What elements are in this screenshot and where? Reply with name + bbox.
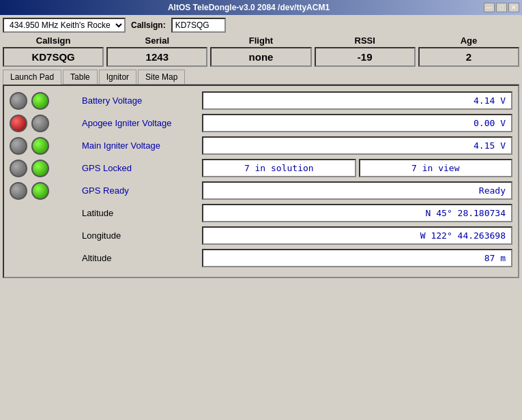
latitude-row: Latitude N 45° 28.180734 xyxy=(10,204,512,222)
gpslocked-leds xyxy=(10,160,78,177)
info-cell-callsign: Callsign KD7SQG xyxy=(3,35,104,67)
title-bar: AltOS TeleDongle-v3.0 2084 /dev/ttyACM1 … xyxy=(0,0,522,15)
info-bar: Callsign KD7SQG Serial 1243 Flight none … xyxy=(3,35,519,67)
serial-header: Serial xyxy=(145,35,169,46)
rssi-header: RSSI xyxy=(355,35,375,46)
battery-value: 4.14 V xyxy=(202,91,512,110)
longitude-value: W 122° 44.263698 xyxy=(202,226,512,245)
content-area: Battery Voltage 4.14 V Apogee Igniter Vo… xyxy=(3,85,519,278)
gpslocked-value1: 7 in solution xyxy=(202,159,356,177)
info-cell-rssi: RSSI -19 xyxy=(315,35,416,67)
flight-header: Flight xyxy=(249,35,273,46)
info-cell-flight: Flight none xyxy=(210,35,311,67)
info-cell-age: Age 2 xyxy=(418,35,519,67)
age-value: 2 xyxy=(418,47,519,67)
main-row: Main Igniter Voltage 4.15 V xyxy=(10,136,512,155)
serial-value: 1243 xyxy=(106,47,207,67)
main-value: 4.15 V xyxy=(202,136,512,155)
toolbar: 434.950 MHz Keith's Rockets Callsign: xyxy=(3,18,519,33)
gpsready-label: GPS Ready xyxy=(82,185,198,196)
longitude-row: Longitude W 122° 44.263698 xyxy=(10,226,512,245)
main-led1 xyxy=(10,137,27,155)
apogee-led1 xyxy=(10,115,27,132)
tab-launch-pad[interactable]: Launch Pad xyxy=(3,70,61,85)
callsign-input[interactable] xyxy=(171,18,226,33)
battery-led2 xyxy=(31,92,49,110)
latitude-value: N 45° 28.180734 xyxy=(202,204,512,222)
maximize-button[interactable]: □ xyxy=(496,3,507,12)
battery-leds xyxy=(10,92,78,110)
apogee-row: Apogee Igniter Voltage 0.00 V xyxy=(10,114,512,132)
gpslocked-led1 xyxy=(10,160,27,177)
apogee-leds xyxy=(10,115,78,132)
gpslocked-value2: 7 in view xyxy=(359,159,513,177)
rssi-value: -19 xyxy=(315,47,416,67)
altitude-label: Altitude xyxy=(82,253,198,263)
tab-table[interactable]: Table xyxy=(63,70,98,84)
gpsready-value: Ready xyxy=(202,181,512,200)
altitude-value: 87 m xyxy=(202,249,512,267)
tab-site-map[interactable]: Site Map xyxy=(138,70,185,84)
main-led2 xyxy=(31,137,49,155)
gpsready-leds xyxy=(10,182,78,200)
minimize-button[interactable]: — xyxy=(484,3,495,12)
gpslocked-led2 xyxy=(31,160,49,177)
main-leds xyxy=(10,137,78,155)
callsign-header: Callsign xyxy=(36,35,71,46)
apogee-led2 xyxy=(31,115,49,132)
main-container: 434.950 MHz Keith's Rockets Callsign: Ca… xyxy=(0,15,522,281)
frequency-select[interactable]: 434.950 MHz Keith's Rockets xyxy=(3,18,126,33)
flight-value: none xyxy=(210,47,311,67)
callsign-value: KD7SQG xyxy=(3,47,104,67)
latitude-label: Latitude xyxy=(82,208,198,218)
info-cell-serial: Serial 1243 xyxy=(106,35,207,67)
main-label: Main Igniter Voltage xyxy=(82,140,198,151)
battery-led1 xyxy=(10,92,27,110)
gpsready-row: GPS Ready Ready xyxy=(10,181,512,200)
battery-row: Battery Voltage 4.14 V xyxy=(10,91,512,110)
close-button[interactable]: ✕ xyxy=(508,3,519,12)
gpslocked-values: 7 in solution 7 in view xyxy=(202,159,512,177)
tabs-bar: Launch Pad Table Ignitor Site Map xyxy=(3,70,519,85)
gpsready-led1 xyxy=(10,182,27,200)
gpslocked-row: GPS Locked 7 in solution 7 in view xyxy=(10,159,512,177)
callsign-label: Callsign: xyxy=(131,20,166,30)
title-bar-buttons: — □ ✕ xyxy=(484,3,519,12)
apogee-value: 0.00 V xyxy=(202,114,512,132)
apogee-label: Apogee Igniter Voltage xyxy=(82,118,198,128)
gpslocked-label: GPS Locked xyxy=(82,163,198,173)
altitude-row: Altitude 87 m xyxy=(10,249,512,267)
age-header: Age xyxy=(461,35,478,46)
tab-ignitor[interactable]: Ignitor xyxy=(99,70,136,84)
battery-label: Battery Voltage xyxy=(82,95,198,106)
title-bar-title: AltOS TeleDongle-v3.0 2084 /dev/ttyACM1 xyxy=(14,3,484,12)
longitude-label: Longitude xyxy=(82,230,198,241)
gpsready-led2 xyxy=(31,182,49,200)
